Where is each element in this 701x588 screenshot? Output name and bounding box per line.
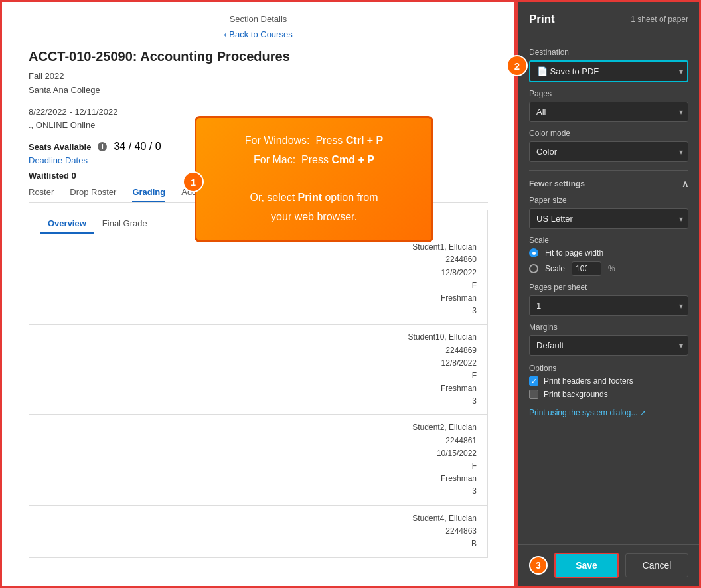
scale-label: Scale xyxy=(529,236,688,245)
scale-radio[interactable] xyxy=(529,264,538,273)
fewer-settings-label: Fewer settings xyxy=(529,179,585,188)
print-header: Print 1 sheet of paper xyxy=(518,2,699,33)
color-mode-label: Color mode xyxy=(529,129,688,138)
chevron-up-icon: ∧ xyxy=(682,179,688,189)
info-icon: i xyxy=(98,142,107,151)
course-meta: Fall 2022 Santa Ana College xyxy=(29,70,488,98)
student-date: 12/8/2022 xyxy=(40,267,477,279)
section-details-header: Section Details xyxy=(2,2,514,28)
fewer-settings-toggle[interactable]: Fewer settings ∧ xyxy=(529,179,688,189)
student-date: 12/8/2022 xyxy=(40,357,477,370)
print-headers-label: Print headers and footers xyxy=(544,376,633,386)
student-level: Freshman xyxy=(40,473,477,485)
student-name: Student10, Ellucian xyxy=(40,331,477,344)
student-id: 2244869 xyxy=(40,344,477,357)
scale-input[interactable] xyxy=(572,261,601,276)
paper-size-select[interactable]: US Letter xyxy=(529,208,688,229)
college: Santa Ana College xyxy=(29,84,488,98)
student-id: 2244861 xyxy=(40,435,477,447)
print-headers-row: Print headers and footers xyxy=(529,376,688,386)
paper-size-label: Paper size xyxy=(529,196,688,205)
system-dialog-link[interactable]: Print using the system dialog... ↗ xyxy=(529,408,688,417)
table-row: Student10, Ellucian 2244869 12/8/2022 F … xyxy=(29,325,487,415)
student-credits: 3 xyxy=(40,485,477,498)
print-backgrounds-checkbox[interactable] xyxy=(529,390,538,399)
margins-label: Margins xyxy=(529,323,688,332)
student-grade: B xyxy=(40,538,477,550)
tab-grading[interactable]: Grading xyxy=(132,187,165,202)
scale-fit-row: Fit to page width xyxy=(529,248,688,257)
back-to-courses-link[interactable]: Back to Courses xyxy=(224,29,292,39)
popup-line4: your web browser. xyxy=(212,208,416,227)
destination-wrapper: 📄 Save to PDF ▾ xyxy=(529,60,688,82)
percent-icon: % xyxy=(608,264,615,273)
print-backgrounds-row: Print backgrounds xyxy=(529,390,688,399)
student-credits: 3 xyxy=(40,305,477,317)
course-title: ACCT-010-25090: Accounting Procedures xyxy=(29,49,488,64)
student-grade: F xyxy=(40,460,477,473)
fit-to-page-radio[interactable] xyxy=(529,248,538,257)
print-backgrounds-label: Print backgrounds xyxy=(544,390,608,399)
content-area: Overview Final Grade Student1, Ellucian … xyxy=(29,210,488,558)
pages-per-sheet-label: Pages per sheet xyxy=(529,283,688,292)
table-row: Student2, Ellucian 2244861 10/15/2022 F … xyxy=(29,415,487,505)
system-dialog-text: Print using the system dialog... xyxy=(529,408,637,417)
student-table: Student1, Ellucian 2244860 12/8/2022 F F… xyxy=(29,234,487,557)
student-name: Student1, Ellucian xyxy=(40,241,477,254)
table-row: Student4, Ellucian 2244863 B xyxy=(29,505,487,557)
paper-size-wrapper: US Letter ▾ xyxy=(529,208,688,229)
table-row: Student1, Ellucian 2244860 12/8/2022 F F… xyxy=(29,234,487,325)
color-mode-select[interactable]: Color xyxy=(529,141,688,162)
save-button[interactable]: Save xyxy=(554,553,619,578)
seats-value: 34 / 40 / 0 xyxy=(114,141,161,153)
pages-select[interactable]: All xyxy=(529,102,688,122)
sub-tab-overview[interactable]: Overview xyxy=(40,216,94,234)
student-name: Student2, Ellucian xyxy=(40,421,477,434)
right-panel: 2 Print 1 sheet of paper Destination 📄 S… xyxy=(516,0,701,588)
student-id: 2244860 xyxy=(40,254,477,266)
fit-to-page-label[interactable]: Fit to page width xyxy=(545,248,603,257)
print-title: Print xyxy=(529,13,555,26)
student-credits: 3 xyxy=(40,395,477,407)
margins-wrapper: Default ▾ xyxy=(529,335,688,356)
pages-label: Pages xyxy=(529,89,688,98)
back-to-courses-row: Back to Courses xyxy=(2,28,514,40)
section-details-label: Section Details xyxy=(230,14,287,24)
color-mode-wrapper: Color ▾ xyxy=(529,141,688,162)
popup-line3: Or, select Print option from xyxy=(212,188,416,208)
panel-body: Destination 📄 Save to PDF ▾ Pages All ▾ … xyxy=(518,33,699,544)
badge-2: 2 xyxy=(506,55,528,76)
scale-scale-label[interactable]: Scale xyxy=(545,264,565,273)
pages-per-sheet-select[interactable]: 1 xyxy=(529,295,688,316)
destination-label: Destination xyxy=(529,48,688,57)
badge-3: 3 xyxy=(529,556,548,575)
print-sheets: 1 sheet of paper xyxy=(631,15,688,24)
destination-select[interactable]: 📄 Save to PDF xyxy=(529,60,688,82)
margins-select[interactable]: Default xyxy=(529,335,688,356)
student-level: Freshman xyxy=(40,292,477,305)
sub-tab-final-grade[interactable]: Final Grade xyxy=(94,216,155,234)
student-date: 10/15/2022 xyxy=(40,447,477,460)
print-headers-checkbox[interactable] xyxy=(529,376,538,386)
pages-per-sheet-wrapper: 1 ▾ xyxy=(529,295,688,316)
seats-label: Seats Available xyxy=(29,142,91,152)
student-grade: F xyxy=(40,370,477,382)
tab-roster[interactable]: Roster xyxy=(29,187,54,202)
popup-line2: For Mac: Press Cmd + P xyxy=(212,151,416,170)
badge-2-wrapper: 2 xyxy=(506,55,528,76)
cancel-button[interactable]: Cancel xyxy=(625,553,688,577)
popup-line1: For Windows: Press Ctrl + P xyxy=(212,131,416,151)
student-level: Freshman xyxy=(40,382,477,395)
left-panel: Section Details Back to Courses ACCT-010… xyxy=(0,0,516,588)
badge-1: 1 xyxy=(183,171,204,192)
options-label: Options xyxy=(529,364,688,373)
divider xyxy=(529,170,688,171)
student-id: 2244863 xyxy=(40,525,477,538)
scale-scale-row: Scale % xyxy=(529,261,688,276)
student-grade: F xyxy=(40,279,477,292)
pages-wrapper: All ▾ xyxy=(529,102,688,122)
external-link-icon: ↗ xyxy=(640,409,646,417)
tab-drop-roster[interactable]: Drop Roster xyxy=(70,187,116,202)
student-name: Student4, Ellucian xyxy=(40,512,477,525)
panel-footer: 3 Save Cancel xyxy=(518,544,699,586)
